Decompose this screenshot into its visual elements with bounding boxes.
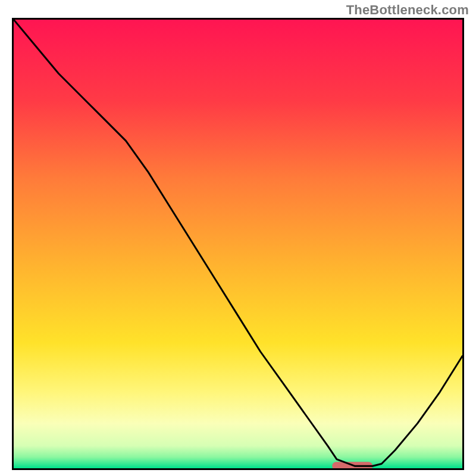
curve-line: [14, 20, 462, 466]
watermark-text: TheBottleneck.com: [346, 2, 469, 18]
chart-stage: TheBottleneck.com: [0, 0, 476, 476]
chart-overlay: [14, 20, 462, 468]
plot-frame: [12, 18, 464, 470]
